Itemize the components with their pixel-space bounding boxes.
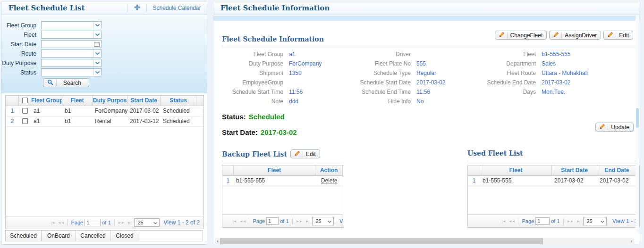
col-action[interactable]: Action <box>315 165 343 175</box>
detail-label: Duty Purpose <box>222 60 283 67</box>
horizontal-scrollbar-thumb[interactable] <box>220 238 543 244</box>
delete-link[interactable]: Delete <box>315 176 343 186</box>
vertical-scrollbar[interactable] <box>636 16 639 232</box>
pager-prev-icon[interactable]: ◄◄ <box>56 221 66 225</box>
button-divider <box>608 124 608 130</box>
chevron-down-icon[interactable] <box>93 50 101 57</box>
row-checkbox[interactable] <box>22 108 28 114</box>
pencil-icon <box>553 32 559 39</box>
col-fleet[interactable]: Fleet <box>480 165 552 175</box>
page-input[interactable] <box>266 217 279 225</box>
pager-view-info: View 1 - 2 of 2 <box>164 219 200 226</box>
pager-last-icon[interactable]: ►| <box>126 221 132 225</box>
table-row[interactable]: 2 a1 b1 Rental 2017-03-12 Scheduled <box>6 116 203 127</box>
cell-start-date: 2017-03-02 <box>552 176 597 186</box>
pager-next-icon[interactable]: ►► <box>117 221 126 225</box>
pencil-icon <box>600 124 605 131</box>
add-schedule-button[interactable] <box>127 1 146 15</box>
horizontal-scrollbar[interactable]: ‹ › <box>215 238 634 245</box>
select-all-header[interactable] <box>19 96 31 106</box>
col-fleet[interactable]: Fleet <box>62 96 93 106</box>
schedule-grid-header: Fleet Group Fleet Duty Purpos Start Date… <box>6 96 203 106</box>
calendar-icon[interactable] <box>93 41 100 47</box>
col-fleet-group[interactable]: Fleet Group <box>31 96 62 106</box>
pager-last-icon[interactable]: ►| <box>304 219 310 223</box>
schedule-calendar-link[interactable]: Schedule Calendar <box>147 5 207 11</box>
start-date-input[interactable] <box>41 40 102 48</box>
pager-controls: |◄ ◄◄ Page of 1 ►► ►| 25 <box>50 218 160 227</box>
pager-first-icon[interactable]: |◄ <box>50 221 56 225</box>
detail-label: Note <box>222 98 283 105</box>
table-row[interactable]: 1 b1-555-555 2017-03-02 2017-03-02 <box>468 176 639 186</box>
status-badge: Scheduled <box>249 113 285 121</box>
tab-closed[interactable]: Closed <box>110 231 139 241</box>
pager-divider <box>67 219 68 226</box>
col-end-date[interactable]: End Date <box>597 165 637 175</box>
detail-value: a1 <box>289 51 295 58</box>
chevron-down-icon[interactable] <box>93 31 101 38</box>
left-panel-title: Fleet Schedule List <box>1 4 85 12</box>
page-size-select[interactable]: 25 <box>134 218 160 227</box>
chevron-down-icon[interactable] <box>93 22 101 29</box>
status-select[interactable] <box>41 68 102 76</box>
page-input[interactable] <box>535 217 550 225</box>
tab-onboard[interactable]: OnBoard <box>42 231 76 241</box>
tab-scheduled[interactable]: Scheduled <box>6 231 42 241</box>
filter-row-fleet-group: Fleet Group <box>1 21 207 29</box>
start-date-label: Start Date <box>1 41 41 48</box>
chevron-down-icon[interactable] <box>93 59 101 66</box>
col-fleet[interactable]: Fleet <box>234 165 315 175</box>
backup-edit-button[interactable]: Edit <box>290 149 320 158</box>
page-input[interactable] <box>85 219 101 226</box>
detail-label: Schedule Type <box>359 70 411 76</box>
table-row[interactable]: 1 a1 b1 ForCompany 2017-03-02 Scheduled <box>6 106 203 116</box>
search-button[interactable]: Search <box>43 78 89 87</box>
pager-divider <box>114 219 115 226</box>
edit-button[interactable]: Edit <box>603 31 633 40</box>
col-status[interactable]: Status <box>161 96 196 106</box>
chevron-down-icon[interactable] <box>93 69 101 76</box>
filter-row-duty-purpose: Duty Purpose <box>1 59 207 67</box>
pager-first-icon[interactable]: |◄ <box>500 219 507 223</box>
fleet-select[interactable] <box>41 31 102 39</box>
pager-prev-icon[interactable]: ◄◄ <box>507 219 517 223</box>
detail-value: 555 <box>416 60 426 67</box>
page-size-select[interactable]: 25 <box>583 217 607 225</box>
used-fleet-grid: Fleet Start Date End Date 1 b1-555-555 2… <box>467 165 640 215</box>
tab-cancelled[interactable]: Cancelled <box>76 231 110 241</box>
edit-button-label: Edit <box>619 32 629 39</box>
vertical-scrollbar-thumb[interactable] <box>636 108 639 128</box>
table-row[interactable]: 1 b1-555-555 Delete <box>222 176 343 186</box>
pager-prev-icon[interactable]: ◄◄ <box>238 219 247 223</box>
button-divider <box>303 151 303 157</box>
route-select[interactable] <box>41 50 102 58</box>
pager-last-icon[interactable]: ►| <box>575 219 581 223</box>
col-start-date[interactable]: Start Date <box>127 96 161 106</box>
select-all-checkbox[interactable] <box>22 98 28 103</box>
update-button[interactable]: Update <box>595 123 634 132</box>
duty-purpose-select[interactable] <box>41 59 102 67</box>
cell-duty-purpose: ForCompany <box>93 106 127 116</box>
pager-first-icon[interactable]: |◄ <box>231 219 238 223</box>
col-start-date[interactable]: Start Date <box>552 165 597 175</box>
scroll-right-icon[interactable]: › <box>628 238 634 245</box>
chevron-down-icon <box>328 218 331 224</box>
row-checkbox[interactable] <box>22 118 28 124</box>
detail-value: 11:56 <box>416 89 430 95</box>
detail-value: 2017-03-02 <box>416 79 445 86</box>
col-duty-purpose[interactable]: Duty Purpos <box>93 96 127 106</box>
cell-status: Scheduled <box>161 106 196 116</box>
row-checkbox-cell[interactable] <box>19 106 31 116</box>
search-row: Search <box>1 78 207 87</box>
page-size-select[interactable]: 25 <box>312 217 334 225</box>
info-strip <box>213 16 640 21</box>
pager-next-icon[interactable]: ►► <box>566 219 575 223</box>
button-divider <box>56 80 57 86</box>
pager-next-icon[interactable]: ►► <box>295 219 304 223</box>
fleet-group-select[interactable] <box>41 21 102 29</box>
change-fleet-button[interactable]: ChangeFleet <box>495 31 547 40</box>
assign-driver-button[interactable]: AssignDriver <box>549 31 601 40</box>
row-checkbox-cell[interactable] <box>19 116 31 126</box>
detail-label: Fleet Plate No <box>359 60 411 67</box>
pager-controls: |◄ ◄◄ Page of 1 ►► ►| 25 <box>231 217 334 225</box>
